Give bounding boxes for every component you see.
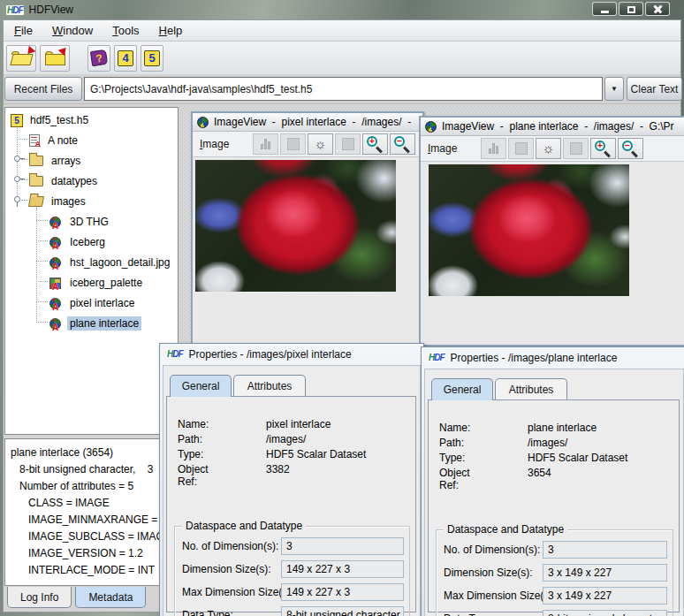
metadata-line: IMAGE_VERSION = 1.2	[11, 545, 178, 562]
dimension-size-field[interactable]: 3 x 149 x 227	[543, 564, 667, 582]
bottom-tab-bar: Log Info Metadata	[4, 587, 146, 609]
close-button[interactable]	[645, 2, 670, 16]
properties1-title: Properties - /images/pixel interlace	[189, 348, 352, 361]
menu-tools[interactable]: Tools	[112, 24, 139, 37]
tree-item-hst-lagoon[interactable]: hst_lagoon_detail.jpg	[49, 253, 172, 272]
path-label: Path:	[439, 437, 464, 449]
zoom-in-button[interactable]: +	[590, 138, 616, 159]
hdf5-file-icon: 5	[11, 114, 23, 127]
properties2-title: Properties - /images/plane interlace	[451, 352, 618, 364]
zoom-out-button[interactable]: −	[618, 138, 643, 159]
maximize-button[interactable]	[619, 2, 643, 16]
tree-item-images[interactable]: images	[29, 192, 88, 211]
palette-button	[280, 133, 306, 155]
data-type-field[interactable]: 8-bit unsigned character	[543, 610, 667, 616]
tab-log-info[interactable]: Log Info	[7, 587, 72, 608]
tab-general[interactable]: General	[170, 375, 232, 397]
close-file-button[interactable]	[40, 45, 70, 72]
max-dimension-size-field[interactable]: 149 x 227 x 3	[281, 583, 404, 601]
image-menu[interactable]: Image	[200, 138, 253, 150]
tree-item-pixel-interlace[interactable]: pixel interlace	[49, 293, 137, 313]
metadata-panel: plane interlace (3654) 8-bit unsigned ch…	[4, 438, 179, 586]
brightness-button[interactable]: ☼	[308, 133, 333, 155]
file-tree-panel: 5 hdf5_test.h5 A note arrays datatypes i…	[4, 107, 179, 435]
name-label: Name:	[178, 418, 209, 430]
tree-item-plane-interlace[interactable]: plane interlace	[49, 314, 141, 333]
tree-collapse-handle-images[interactable]	[14, 196, 20, 202]
object-ref-label: Object Ref:	[439, 467, 470, 491]
recent-files-button[interactable]: Recent Files	[4, 77, 82, 101]
type-value: HDF5 Scalar Dataset	[266, 448, 366, 460]
menu-bar: File Window Tools Help	[4, 20, 680, 42]
imageview-icon	[425, 121, 437, 133]
file-path-field[interactable]: G:\Projects\Java\hdf-java\samples\hdf5_t…	[84, 77, 603, 101]
max-dimension-size-field[interactable]: 3 x 149 x 227	[543, 587, 667, 605]
imageview-icon	[197, 117, 209, 128]
imageview2-title-bar[interactable]: ImageView - plane interlace - /images/ -…	[421, 118, 684, 136]
tab-metadata[interactable]: Metadata	[75, 587, 146, 608]
tree-expand-handle-arrays[interactable]	[14, 156, 20, 162]
zoom-out-button[interactable]: −	[390, 133, 415, 155]
animation-disabled-icon	[570, 142, 582, 155]
brightness-button[interactable]: ☼	[536, 138, 561, 159]
image-icon	[49, 237, 61, 248]
metadata-line: IMAGE_MINMAXRANGE =	[11, 512, 178, 529]
help-button[interactable]: ?	[87, 45, 110, 72]
image-menu[interactable]: Image	[428, 142, 481, 155]
brightness-icon: ☼	[543, 142, 555, 155]
tab-attributes[interactable]: Attributes	[233, 375, 306, 397]
folder-open-icon	[28, 196, 44, 207]
properties2-title-bar[interactable]: HDF Properties - /images/plane interlace	[422, 347, 684, 368]
metadata-line: INTERLACE_MODE = INT	[11, 562, 178, 579]
help-book-icon: ?	[90, 49, 108, 66]
rose-image-pixel-interlace[interactable]	[195, 160, 396, 292]
clear-text-button[interactable]: Clear Text	[627, 77, 682, 101]
hdf-logo-icon: HDF	[166, 349, 184, 359]
menu-window[interactable]: Window	[52, 24, 93, 37]
dimension-count-field[interactable]: 3	[281, 537, 404, 555]
animation-button	[335, 133, 361, 155]
name-value: pixel interlace	[266, 418, 331, 430]
properties1-body: General Attributes Name:pixel interlace …	[163, 365, 421, 616]
name-label: Name:	[439, 422, 470, 434]
rose-image-plane-interlace[interactable]	[429, 164, 629, 296]
tree-item-iceberg[interactable]: Iceberg	[49, 232, 108, 252]
dimension-size-field[interactable]: 149 x 227 x 3	[281, 560, 404, 578]
recent-files-dropdown-button[interactable]: ▼	[604, 77, 624, 101]
tree-connector	[17, 124, 18, 205]
selected-tree-label: plane interlace	[67, 316, 141, 331]
imageview-window-pixel-interlace: ImageView - pixel interlace - /images/ -…	[191, 111, 424, 345]
zoom-in-button[interactable]: +	[362, 133, 388, 155]
brightness-icon: ☼	[315, 138, 327, 150]
tree-item-root[interactable]: 5 hdf5_test.h5	[11, 110, 91, 130]
tree-item-3d-thg[interactable]: 3D THG	[49, 212, 111, 232]
tree-item-a-note[interactable]: A note	[29, 131, 80, 150]
tab-general[interactable]: General	[431, 378, 493, 400]
tree-connector	[36, 208, 37, 323]
open-file-button[interactable]	[6, 45, 36, 72]
palette-disabled-icon	[515, 142, 528, 155]
path-value: /images/	[528, 437, 567, 449]
imageview2-title: ImageView - plane interlace - /images/ -…	[442, 120, 674, 133]
properties-dialog-pixel-interlace: HDF Properties - /images/pixel interlace…	[159, 343, 424, 616]
hdf4-library-button[interactable]: 4	[114, 45, 137, 72]
properties1-title-bar[interactable]: HDF Properties - /images/pixel interlace	[160, 344, 423, 364]
hdf5-library-button[interactable]: 5	[141, 45, 163, 72]
image-icon	[49, 217, 61, 228]
dimension-count-field[interactable]: 3	[543, 541, 667, 559]
menu-help[interactable]: Help	[159, 24, 183, 37]
window-title: HDFView	[29, 4, 73, 16]
animation-button	[563, 138, 589, 159]
tab-attributes[interactable]: Attributes	[495, 378, 567, 400]
note-icon	[29, 134, 40, 147]
menu-file[interactable]: File	[14, 24, 33, 37]
data-type-field[interactable]: 8-bit unsigned character	[281, 606, 404, 616]
tree-item-datatypes[interactable]: datatypes	[29, 171, 100, 191]
tree-expand-handle-datatypes[interactable]	[14, 176, 20, 182]
imageview1-title-bar[interactable]: ImageView - pixel interlace - /images/ -	[193, 113, 422, 132]
tree-item-arrays[interactable]: arrays	[29, 151, 83, 171]
tree-item-iceberg-palette[interactable]: iceberg_palette	[49, 273, 145, 293]
minimize-button[interactable]	[592, 2, 617, 16]
hdf-logo-icon: HDF	[6, 5, 24, 15]
palette-button	[508, 138, 534, 159]
